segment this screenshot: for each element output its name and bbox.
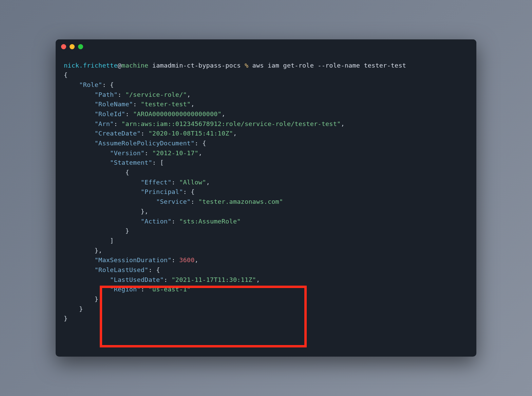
json-val-path: "/service-role/" <box>125 91 187 98</box>
json-val-rolename: "tester-test" <box>141 101 191 108</box>
json-val-arn: "arn:aws:iam::012345678912:role/service-… <box>121 120 341 127</box>
json-val-roleid: "AROA00000000000000000" <box>133 110 222 118</box>
json-key-principal: "Principal" <box>141 188 183 195</box>
json-key-maxsession: "MaxSessionDuration" <box>95 256 172 264</box>
terminal-window: nick.frichette@machine iamadmin-ct-bypas… <box>56 39 476 357</box>
close-icon[interactable] <box>61 44 66 49</box>
terminal-output[interactable]: nick.frichette@machine iamadmin-ct-bypas… <box>56 54 476 357</box>
json-key-statement: "Statement" <box>110 159 152 166</box>
minimize-icon[interactable] <box>70 44 75 49</box>
json-key-action: "Action" <box>141 218 172 225</box>
json-key-roleid: "RoleId" <box>95 110 126 118</box>
json-key-rolelastused: "RoleLastUsed" <box>95 266 149 273</box>
prompt-host: machine <box>121 62 148 69</box>
prompt-path: iamadmin-ct-bypass-pocs <box>152 62 241 69</box>
json-val-effect: "Allow" <box>179 179 206 186</box>
json-key-assumerole: "AssumeRolePolicyDocument" <box>95 140 195 147</box>
json-key-createdate: "CreateDate" <box>95 130 141 137</box>
json-val-service: "tester.amazonaws.com" <box>198 198 283 205</box>
json-val-lastuseddate: "2021-11-17T11:30:11Z" <box>171 276 256 283</box>
json-val-version: "2012-10-17" <box>152 149 198 157</box>
json-key-service: "Service" <box>156 198 191 205</box>
json-val-maxsession: 3600 <box>179 256 194 264</box>
prompt-user: nick.frichette <box>64 62 118 69</box>
json-val-region: "us-east-1" <box>148 286 191 293</box>
json-val-createdate: "2020-10-08T15:41:10Z" <box>148 130 233 137</box>
maximize-icon[interactable] <box>78 44 83 49</box>
json-key-version: "Version" <box>110 149 145 157</box>
command: aws iam get-role --role-name tester-test <box>252 62 406 69</box>
prompt-percent: % <box>245 62 248 69</box>
highlight-annotation <box>100 286 307 347</box>
prompt-at: @ <box>118 62 121 69</box>
titlebar <box>56 39 476 54</box>
json-key-effect: "Effect" <box>141 179 172 186</box>
json-val-action: "sts:AssumeRole" <box>179 218 241 225</box>
json-key-region: "Region" <box>110 286 141 293</box>
json-key-role: "Role" <box>79 81 102 88</box>
json-key-lastuseddate: "LastUsedDate" <box>110 276 164 283</box>
json-key-arn: "Arn" <box>95 120 114 127</box>
json-key-rolename: "RoleName" <box>95 101 133 108</box>
json-key-path: "Path" <box>95 91 118 98</box>
